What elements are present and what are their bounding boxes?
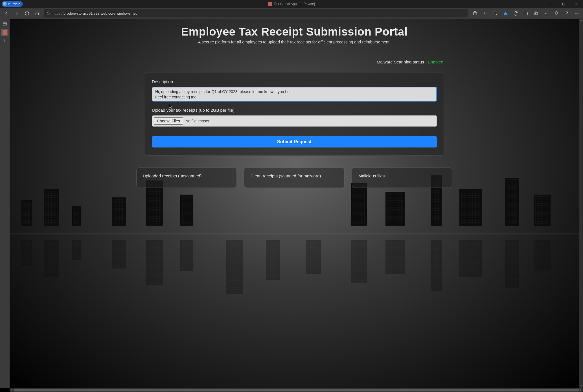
scan-status-row: Malware Scanning status - Enabled xyxy=(145,60,444,64)
vertical-tab-rail xyxy=(0,19,10,388)
panel-malicious-title: Malicious files xyxy=(358,173,385,178)
downloads-icon[interactable] xyxy=(541,9,551,17)
lock-icon xyxy=(46,11,50,16)
skyline-reflection-decor xyxy=(10,240,579,299)
panel-clean-title: Clean receipts (scanned for malware) xyxy=(251,173,321,178)
vertical-scrollbar[interactable] xyxy=(579,19,583,388)
extensions-icon[interactable] xyxy=(551,9,561,17)
file-status-text: No file chosen xyxy=(185,119,211,123)
scroll-right-arrow[interactable] xyxy=(579,388,583,392)
svg-marker-31 xyxy=(580,389,582,391)
app-icon xyxy=(268,2,272,6)
new-tab-button[interactable] xyxy=(1,37,8,45)
svg-point-21 xyxy=(576,13,577,14)
svg-line-19 xyxy=(566,12,567,14)
upload-form-card: Description Upload your tax receipts (up… xyxy=(145,72,444,156)
profile-avatar-icon xyxy=(3,2,7,6)
toolbar-right: A xyxy=(470,9,581,17)
page-subtitle: A secure platform for all employees to u… xyxy=(145,40,444,44)
inprivate-label: InPrivate xyxy=(8,2,20,6)
svg-point-20 xyxy=(575,13,575,14)
submit-request-button[interactable]: Submit Request xyxy=(152,136,437,147)
svg-marker-30 xyxy=(11,389,12,391)
svg-rect-1 xyxy=(562,3,565,5)
more-menu-icon[interactable] xyxy=(572,9,581,17)
rail-tab-2-active[interactable] xyxy=(1,29,8,36)
address-bar[interactable]: https://prodenvstoracc01.z28.web.core.wi… xyxy=(44,9,468,17)
result-panels: Uploaded receipts (unscanned) Clean rece… xyxy=(136,168,452,188)
read-aloud-icon[interactable]: A xyxy=(480,9,490,17)
address-url: https://prodenvstoracc01.z28.web.core.wi… xyxy=(52,11,137,16)
scroll-up-arrow[interactable] xyxy=(579,19,583,23)
svg-rect-23 xyxy=(3,23,6,25)
home-button[interactable] xyxy=(32,9,42,17)
description-input[interactable] xyxy=(152,87,437,102)
choose-files-button[interactable]: Choose Files xyxy=(154,117,183,125)
minimize-button[interactable] xyxy=(544,0,557,8)
upload-label: Upload your tax receipts (up to 2GB per … xyxy=(152,108,437,113)
svg-rect-14 xyxy=(535,12,538,15)
favorite-star-icon[interactable] xyxy=(501,9,510,17)
panel-malicious: Malicious files xyxy=(352,168,452,188)
send-to-device-icon[interactable] xyxy=(562,9,571,17)
zoom-icon[interactable] xyxy=(490,9,500,17)
forward-button[interactable] xyxy=(12,9,21,17)
svg-rect-5 xyxy=(473,12,476,15)
scan-status-value: Enabled xyxy=(428,60,443,64)
panel-uploaded-title: Uploaded receipts (unscanned) xyxy=(143,173,201,178)
page-title: Employee Tax Receipt Submission Portal xyxy=(145,25,444,38)
shopping-icon[interactable] xyxy=(470,9,480,17)
window-titlebar: InPrivate Tax-Global App - [InPrivate] xyxy=(0,0,583,8)
rail-tab-1[interactable] xyxy=(1,20,8,28)
h-scroll-track[interactable] xyxy=(14,388,579,392)
description-label: Description xyxy=(152,79,437,84)
browser-toolbar: https://prodenvstoracc01.z28.web.core.wi… xyxy=(0,8,583,19)
h-scroll-thumb[interactable] xyxy=(14,389,579,391)
file-input[interactable]: Choose Files No file chosen xyxy=(152,115,437,127)
close-button[interactable] xyxy=(570,0,583,8)
svg-rect-4 xyxy=(47,13,49,14)
collections-icon[interactable] xyxy=(531,9,541,17)
split-screen-icon[interactable] xyxy=(521,9,531,17)
svg-marker-11 xyxy=(503,12,507,15)
window-title-text: Tax-Global App - [InPrivate] xyxy=(274,2,315,6)
svg-point-22 xyxy=(578,13,578,14)
window-controls xyxy=(544,0,583,8)
panel-uploaded: Uploaded receipts (unscanned) xyxy=(136,168,237,188)
inprivate-badge[interactable]: InPrivate xyxy=(2,1,23,7)
svg-marker-29 xyxy=(580,386,582,387)
scroll-left-arrow[interactable] xyxy=(10,388,14,392)
app-icon xyxy=(3,30,7,35)
sync-icon[interactable] xyxy=(511,9,520,17)
maximize-button[interactable] xyxy=(557,0,570,8)
horizontal-scrollbar[interactable] xyxy=(10,388,583,392)
scan-status-label: Malware Scanning status - xyxy=(377,60,428,64)
svg-text:A: A xyxy=(483,12,485,15)
refresh-button[interactable] xyxy=(22,9,32,17)
panel-clean: Clean receipts (scanned for malware) xyxy=(244,168,345,188)
svg-marker-28 xyxy=(580,20,582,21)
scroll-down-arrow[interactable] xyxy=(579,384,583,388)
window-title: Tax-Global App - [InPrivate] xyxy=(268,2,315,6)
back-button[interactable] xyxy=(2,9,11,17)
svg-line-8 xyxy=(496,14,497,15)
page-viewport: Employee Tax Receipt Submission Portal A… xyxy=(10,19,579,388)
